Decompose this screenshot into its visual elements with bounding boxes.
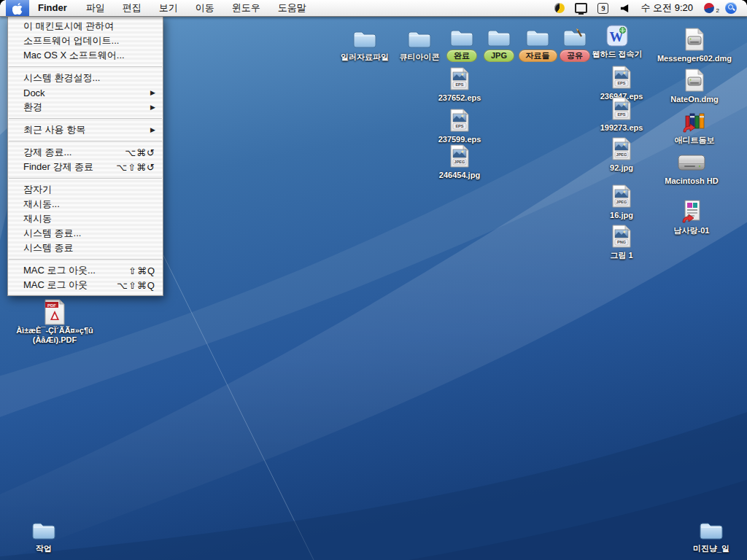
image-document-icon: JPEG [450,144,469,168]
icon-glyph [654,67,735,92]
screen-corner [0,0,6,6]
volume-icon[interactable] [619,2,631,15]
desktop-icon-237652.eps[interactable]: EPS 237652.eps [419,66,500,104]
norton-icon[interactable] [553,2,565,15]
desktop-icon-92.jpg[interactable]: JPEG 92.jpg [581,136,662,174]
desktop-icon-246454.jpg[interactable]: JPEG 246454.jpg [419,143,500,181]
icon-glyph [651,198,732,223]
icon-glyph [654,108,735,133]
image-document-icon: JPEG [612,137,631,160]
apple-menu-item[interactable]: 잠자기 [8,182,163,197]
apple-menu-item[interactable]: 강제 종료...⌥⌘↺ [8,145,163,160]
svg-text:PDF: PDF [47,303,56,308]
image-document-icon: EPS [612,66,631,89]
apple-menu-item[interactable]: 재시동... [8,197,163,211]
desktop-icon-작업[interactable]: 작업 [4,516,84,554]
desktop-icon-237599.eps[interactable]: EPS 237599.eps [419,107,500,145]
desktop-icon-Àì±æÈ¯-ÇÏ´ÃÃ¤»ç¶û (ÀåÆí).PDF[interactable]: PDF Àì±æÈ¯-ÇÏ´ÃÃ¤»ç¶û (ÀåÆí).PDF [7,300,103,346]
svg-text:EPS: EPS [455,82,463,87]
menu-item-label: Mac OS X 소프트웨어... [23,49,125,62]
desktop-icon-Macintosh HD[interactable]: Macintosh HD [651,149,732,187]
apple-menu-button[interactable] [6,0,29,16]
svg-text:JPEG: JPEG [454,160,465,164]
apple-menu-item[interactable]: 시스템 환경설정... [8,71,163,85]
menubar-menu-보기[interactable]: 보기 [150,0,187,16]
folder-icon [31,521,56,541]
menubar-status-area: 9 수 오전 9:20 2 [553,1,747,15]
icon-label: 그림 1 [610,251,632,260]
apple-menu-item[interactable]: 재시동 [8,211,163,226]
menu-item-label: 시스템 종료 [23,241,74,254]
image-document-icon: EPS [450,109,469,132]
menubar-menu-윈도우[interactable]: 윈도우 [223,0,269,16]
icon-glyph: PDF [7,300,103,325]
desktop-icon-웹하드 접속기[interactable]: W 웹하드 접속기 [577,22,657,60]
icon-glyph: JPEG [581,136,662,160]
menu-item-shortcut: ⌥⇧⌘Q [117,280,155,291]
desktop-icon-남사랑-01[interactable]: 남사랑-01 [651,198,732,236]
menubar-menu-Finder[interactable]: Finder [29,0,77,16]
svg-text:JPEG: JPEG [616,200,627,204]
menu-item-label: 시스템 환경설정... [23,71,100,85]
menu-item-shortcut: ⌥⇧⌘↺ [116,162,155,173]
menubar-menu-파일[interactable]: 파일 [77,0,114,16]
menu-item-label: 재시동... [23,198,60,211]
desktop-icon-애디트돔보[interactable]: 애디트돔보 [654,108,735,146]
svg-text:PNG: PNG [617,240,626,244]
menubar-menu-편집[interactable]: 편집 [114,0,150,16]
screen-corner [741,0,747,6]
input-korean-icon[interactable]: 2 [703,2,715,15]
apple-menu-item[interactable]: 환경▶ [8,100,163,114]
menu-item-label: 소프트웨어 업데이트... [23,34,119,47]
menu-item-label: 환경 [23,101,42,114]
apple-menu-item[interactable]: 소프트웨어 업데이트... [8,34,163,48]
apple-menu-item[interactable]: Dock▶ [8,85,163,100]
menubar-menus: Finder파일편집보기이동윈도우도움말 [29,0,315,16]
folder-icon [699,521,724,541]
desktop-icon-199273.eps[interactable]: EPS 199273.eps [581,96,662,133]
menubar-menu-도움말[interactable]: 도움말 [269,0,315,16]
pdf-document-icon: PDF [44,299,66,325]
alias-document-icon [681,200,702,223]
image-document-icon: JPEG [612,184,631,208]
folder-icon [352,29,377,50]
icon-label: Àì±æÈ¯-ÇÏ´ÃÃ¤»ç¶û (ÀåÆí).PDF [7,326,103,345]
desktop-icon-NateOn.dmg[interactable]: NateOn.dmg [654,67,735,105]
image-document-icon: EPS [612,97,631,120]
image-document-icon: EPS [450,67,469,90]
menubar-menu-이동[interactable]: 이동 [187,0,223,16]
menubar-clock[interactable]: 수 오전 9:20 [640,1,693,15]
desktop-icon-16.jpg[interactable]: JPEG 16.jpg [581,183,662,221]
submenu-arrow-icon: ▶ [150,104,155,111]
apple-menu-item[interactable]: 최근 사용 항목▶ [8,122,163,137]
icon-glyph: JPEG [419,143,500,168]
icon-label: 애디트돔보 [675,136,715,145]
classic-9-icon[interactable]: 9 [597,2,609,15]
icon-glyph: EPS [581,96,662,120]
desktop-icon-미진냥_일[interactable]: 미진냥_일 [671,516,747,554]
menu-separator [9,259,162,260]
menu-separator [9,66,162,67]
menu-item-label: MAC 로그 아웃... [23,264,96,277]
icon-label: NateOn.dmg [670,95,718,104]
apple-menu-item[interactable]: MAC 로그 아웃⌥⇧⌘Q [8,278,163,292]
apple-menu: 이 매킨토시에 관하여소프트웨어 업데이트...Mac OS X 소프트웨어..… [7,16,163,296]
desktop-icon-그림 1[interactable]: PNG 그림 1 [581,223,662,261]
apple-menu-item[interactable]: 이 매킨토시에 관하여 [8,19,163,34]
icon-glyph [4,516,84,541]
displays-icon[interactable] [575,2,587,15]
apple-menu-item[interactable]: Mac OS X 소프트웨어... [8,48,163,63]
apple-menu-item[interactable]: 시스템 종료 [8,241,163,255]
menu-item-label: 강제 종료... [23,146,71,159]
svg-text:EPS: EPS [617,112,625,117]
icon-label: 92.jpg [610,163,633,173]
svg-text:JPEG: JPEG [616,152,627,157]
apple-menu-item[interactable]: MAC 로그 아웃...⇧⌘Q [8,263,163,278]
apple-menu-item[interactable]: 시스템 종료... [8,226,163,241]
submenu-arrow-icon: ▶ [150,126,155,133]
menu-separator [9,178,162,179]
icon-glyph [651,149,732,174]
spotlight-icon[interactable] [724,2,737,15]
apple-menu-item[interactable]: Finder 강제 종료⌥⇧⌘↺ [8,160,163,174]
desktop-icon-Messenger602.dmg[interactable]: Messenger602.dmg [654,26,735,64]
